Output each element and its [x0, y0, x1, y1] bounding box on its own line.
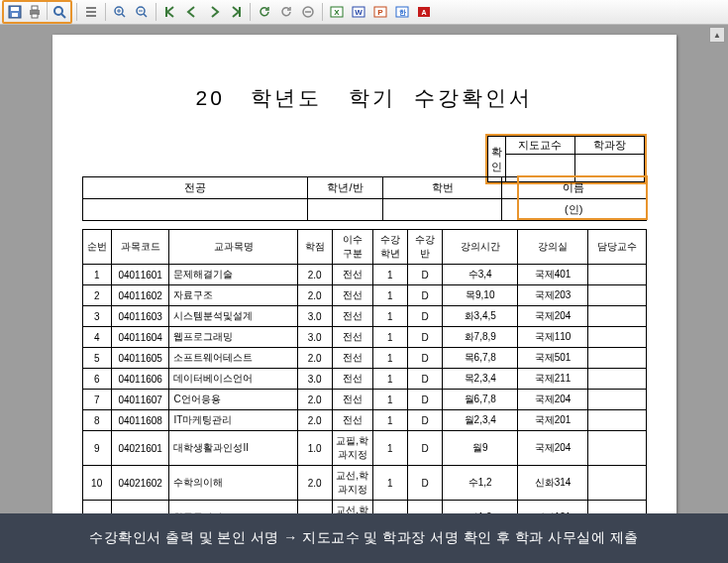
cell-no: 4	[82, 327, 111, 348]
cell-name: 데이터베이스언어	[169, 369, 297, 390]
cell-prof	[587, 306, 646, 327]
student-info-table: 전공 학년/반 학번 이름 (인)	[82, 176, 647, 221]
stop-refresh-button[interactable]	[276, 2, 296, 22]
cell-code: 04021603	[111, 501, 169, 514]
cell-prof	[587, 501, 646, 514]
cell-sc: D	[407, 327, 442, 348]
studentno-value	[382, 199, 501, 221]
table-row: 904021601대학생활과인성II1.0교필,학과지정1D월9국제204	[82, 431, 646, 466]
last-page-button[interactable]	[226, 2, 246, 22]
cell-prof	[587, 369, 646, 390]
title-year-label: 학년도	[251, 86, 322, 109]
title-row: 20 학년도 학기 수강확인서	[82, 84, 647, 112]
cell-sy: 1	[372, 285, 407, 306]
col-room: 강의실	[518, 230, 587, 265]
highlighted-tool-group	[2, 0, 72, 24]
cell-no: 6	[82, 369, 111, 390]
cell-prof	[587, 431, 646, 466]
cell-credit: 1.0	[297, 431, 332, 466]
cell-sy: 1	[372, 265, 407, 285]
title-year-prefix: 20	[195, 86, 224, 109]
cell-sy: 1	[372, 369, 407, 390]
table-row: 404011604웹프로그래밍3.0전선1D화7,8,9국제110	[82, 327, 646, 348]
cell-time: 목6,7,8	[443, 348, 518, 369]
svg-rect-5	[32, 14, 38, 18]
table-row: 104011601문제해결기술2.0전선1D수3,4국제401	[82, 265, 646, 285]
cell-room: 국제203	[518, 285, 587, 306]
cell-prof	[587, 466, 646, 501]
cell-credit: 2.0	[297, 348, 332, 369]
svg-rect-1	[11, 7, 19, 11]
col-sugang-class: 수강 반	[407, 230, 442, 265]
cell-sy: 1	[372, 431, 407, 466]
cell-room: 국제211	[518, 369, 587, 390]
cell-code: 04011603	[111, 306, 169, 327]
cell-time: 화7,8,9	[443, 327, 518, 348]
outline-button[interactable]	[81, 2, 101, 22]
cell-sy: 1	[372, 466, 407, 501]
refresh-button[interactable]	[255, 2, 274, 22]
cell-room: 국제501	[518, 348, 587, 369]
yearclass-header: 학년/반	[308, 177, 383, 199]
next-page-button[interactable]	[204, 2, 224, 22]
page-title: 20 학년도 학기 수강확인서	[195, 86, 532, 109]
course-table: 순번 과목코드 교과목명 학점 이수 구분 수강 학년 수강 반 강의시간 강의…	[82, 229, 647, 513]
save-button[interactable]	[5, 2, 25, 22]
export-word-button[interactable]: W	[349, 2, 368, 22]
report-viewer[interactable]: 20 학년도 학기 수강확인서 확인 지도교수 학과장	[0, 25, 728, 513]
col-isugubun: 이수 구분	[332, 230, 372, 265]
major-header: 전공	[82, 177, 308, 199]
cell-sy: 1	[372, 306, 407, 327]
prev-page-button[interactable]	[182, 2, 202, 22]
cell-sc: D	[407, 265, 442, 285]
print-button[interactable]	[25, 2, 45, 22]
cell-no: 10	[82, 466, 111, 501]
svg-rect-4	[32, 6, 38, 10]
cell-sc: D	[407, 306, 442, 327]
cell-time: 목9,10	[443, 285, 518, 306]
report-page: 20 학년도 학기 수강확인서 확인 지도교수 학과장	[52, 35, 676, 513]
cell-name: 수학의이해	[169, 466, 297, 501]
col-no: 순번	[82, 230, 111, 265]
first-page-button[interactable]	[160, 2, 180, 22]
col-time: 강의시간	[443, 230, 518, 265]
scroll-up-button[interactable]: ▲	[709, 27, 725, 43]
cell-name: 소프트웨어테스트	[169, 348, 297, 369]
export-hwp-button[interactable]: 한	[392, 2, 412, 22]
export-pdf-button[interactable]: A	[414, 2, 434, 22]
svg-text:A: A	[421, 9, 426, 16]
table-row: 204011602자료구조2.0전선1D목9,10국제203	[82, 285, 646, 306]
cell-sc: D	[407, 501, 442, 514]
report-toolbar: X W P 한 A	[0, 0, 728, 25]
cell-name: 자료구조	[169, 285, 297, 306]
zoom-in-button[interactable]	[110, 2, 130, 22]
instruction-text: 수강확인서 출력 및 본인 서명 → 지도교수 및 학과장 서명 확인 후 학과…	[89, 529, 638, 547]
cell-time: 목2,3,4	[443, 369, 518, 390]
cell-prof	[587, 390, 646, 410]
export-excel-button[interactable]: X	[327, 2, 347, 22]
cell-code: 04011608	[111, 410, 169, 431]
cell-sy: 1	[372, 390, 407, 410]
svg-point-6	[54, 7, 62, 15]
cell-ig: 교선,학과지정	[332, 466, 372, 501]
cancel-button[interactable]	[298, 2, 318, 22]
cell-code: 04021602	[111, 466, 169, 501]
cell-credit: 3.0	[297, 327, 332, 348]
find-button[interactable]	[50, 2, 69, 22]
cell-no: 9	[82, 431, 111, 466]
cell-sc: D	[407, 369, 442, 390]
cell-code: 04011601	[111, 265, 169, 285]
cell-time: 월9	[443, 431, 518, 466]
yearclass-value	[308, 199, 383, 221]
cell-name: IT마케팅관리	[169, 410, 297, 431]
zoom-out-button[interactable]	[132, 2, 152, 22]
cell-credit: 2.0	[297, 501, 332, 514]
cell-room: 국제204	[518, 390, 587, 410]
title-doc-name: 수강확인서	[414, 86, 533, 109]
cell-ig: 교선,학과지정	[332, 501, 372, 514]
export-ppt-button[interactable]: P	[370, 2, 390, 22]
name-header: 이름	[502, 177, 646, 199]
cell-code: 04011602	[111, 285, 169, 306]
table-row: 1004021602수학의이해2.0교선,학과지정1D수1,2신화314	[82, 466, 646, 501]
cell-sy: 1	[372, 348, 407, 369]
